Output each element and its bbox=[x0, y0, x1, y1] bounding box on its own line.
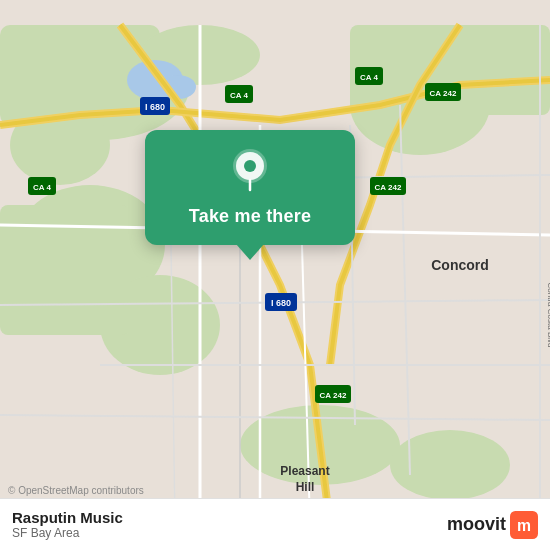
popup-triangle bbox=[236, 244, 264, 260]
svg-text:Hill: Hill bbox=[296, 480, 315, 494]
svg-text:I 680: I 680 bbox=[145, 102, 165, 112]
svg-point-12 bbox=[390, 430, 510, 500]
map-background: I 680 CA 4 CA 4 CA 242 CA 242 I 680 CA 2… bbox=[0, 0, 550, 550]
place-region: SF Bay Area bbox=[12, 526, 123, 540]
take-me-there-button[interactable]: Take me there bbox=[189, 202, 311, 231]
svg-text:Concord: Concord bbox=[431, 257, 489, 273]
moovit-logo: moovit m bbox=[447, 511, 538, 539]
svg-point-50 bbox=[244, 160, 256, 172]
svg-text:CA 242: CA 242 bbox=[430, 89, 457, 98]
location-info: Rasputin Music SF Bay Area bbox=[12, 509, 123, 540]
svg-text:m: m bbox=[517, 517, 531, 534]
svg-text:CA 4: CA 4 bbox=[230, 91, 248, 100]
place-name: Rasputin Music bbox=[12, 509, 123, 526]
bottom-bar: Rasputin Music SF Bay Area moovit m bbox=[0, 498, 550, 550]
svg-text:CA 4: CA 4 bbox=[33, 183, 51, 192]
svg-text:I 680: I 680 bbox=[271, 298, 291, 308]
map-container: I 680 CA 4 CA 4 CA 242 CA 242 I 680 CA 2… bbox=[0, 0, 550, 550]
popup-card: Take me there bbox=[145, 130, 355, 245]
svg-text:CA 242: CA 242 bbox=[320, 391, 347, 400]
svg-text:CA 4: CA 4 bbox=[360, 73, 378, 82]
copyright-text: © OpenStreetMap contributors bbox=[8, 485, 144, 496]
location-pin-icon bbox=[232, 148, 268, 196]
svg-text:Contra Costa Blvd: Contra Costa Blvd bbox=[546, 283, 550, 348]
svg-text:Pleasant: Pleasant bbox=[280, 464, 329, 478]
moovit-text: moovit bbox=[447, 514, 506, 535]
popup-card-container: Take me there bbox=[145, 130, 355, 260]
svg-text:CA 242: CA 242 bbox=[375, 183, 402, 192]
moovit-icon: m bbox=[510, 511, 538, 539]
